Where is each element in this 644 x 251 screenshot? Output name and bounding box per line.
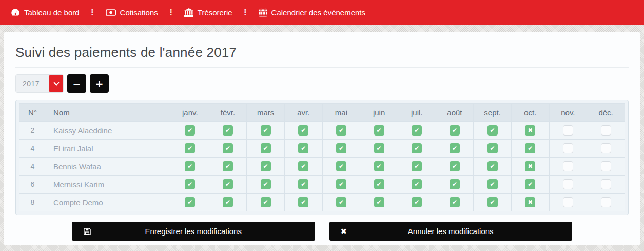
month-cell: ✔ (436, 122, 474, 140)
payment-checkbox-checked[interactable]: ✔ (336, 179, 346, 189)
month-cell: ✔ (284, 158, 322, 176)
payment-checkbox-checked[interactable]: ✔ (336, 125, 346, 136)
nav-item-cotisations[interactable]: Cotisations (100, 8, 164, 17)
payment-checkbox-checked[interactable]: ✔ (450, 161, 460, 171)
payment-checkbox-checked[interactable]: ✔ (185, 161, 195, 171)
year-select-value: 2017 (16, 75, 50, 92)
cancel-button[interactable]: ✖ Annuler les modifications (329, 222, 573, 241)
payment-checkbox-checked[interactable]: ✔ (261, 161, 271, 171)
payment-checkbox-checked[interactable]: ✔ (525, 179, 535, 189)
nav-item-tableau-de-bord[interactable]: Tableau de bord (5, 8, 85, 17)
payment-checkbox-checked[interactable]: ✔ (450, 197, 460, 207)
nav-item-label: Cotisations (120, 8, 158, 17)
payment-checkbox-checked[interactable]: ✔ (185, 197, 195, 207)
month-cell: ✔ (360, 122, 398, 140)
payment-checkbox-checked[interactable]: ✔ (412, 161, 422, 171)
payment-checkbox-checked[interactable]: ✔ (185, 179, 195, 189)
month-cell: ✔ (209, 122, 247, 140)
calendar-icon (259, 8, 267, 17)
payment-checkbox-checked[interactable]: ✔ (298, 143, 308, 153)
payment-checkbox-checked[interactable]: ✔ (298, 197, 308, 207)
nav-item-calendrier-des-evenements[interactable]: Calendrier des événements (253, 8, 371, 17)
payment-checkbox-empty[interactable] (601, 143, 611, 153)
payment-checkbox-checked[interactable]: ✔ (374, 179, 384, 189)
member-name: El irari Jalal (46, 140, 171, 158)
dashboard-icon (11, 8, 20, 16)
payment-checkbox-checked[interactable]: ✔ (261, 197, 271, 207)
nav-item-tresorerie[interactable]: Trésorerie (179, 8, 238, 17)
payment-checkbox-empty[interactable] (563, 125, 573, 136)
payment-checkbox-checked[interactable]: ✔ (223, 179, 233, 189)
payment-checkbox-crossed[interactable]: ✖ (525, 161, 535, 171)
month-cell: ✔ (171, 176, 209, 194)
payment-checkbox-checked[interactable]: ✔ (487, 179, 498, 189)
column-header-juil: juil. (398, 104, 436, 122)
payment-checkbox-empty[interactable] (563, 143, 573, 153)
year-increment-button[interactable]: + (90, 74, 109, 93)
payment-checkbox-checked[interactable]: ✔ (374, 161, 384, 171)
payment-checkbox-checked[interactable]: ✔ (487, 143, 498, 153)
payment-checkbox-empty[interactable] (601, 179, 611, 189)
money-icon (106, 9, 116, 16)
payment-checkbox-checked[interactable]: ✔ (487, 161, 498, 171)
payment-checkbox-checked[interactable]: ✔ (298, 161, 308, 171)
year-decrement-button[interactable]: − (67, 74, 86, 93)
payment-checkbox-empty[interactable] (563, 161, 573, 171)
payment-checkbox-checked[interactable]: ✔ (185, 143, 195, 153)
payment-checkbox-checked[interactable]: ✔ (298, 179, 308, 189)
payment-checkbox-checked[interactable]: ✔ (374, 197, 384, 207)
payment-checkbox-checked[interactable]: ✔ (261, 125, 271, 136)
month-cell: ✔ (511, 140, 549, 158)
payment-checkbox-empty[interactable] (601, 197, 611, 207)
nav-item-label: Trésorerie (198, 8, 232, 17)
month-cell: ✔ (360, 140, 398, 158)
payment-checkbox-checked[interactable]: ✔ (185, 125, 195, 136)
year-select[interactable]: 2017 (15, 74, 64, 93)
month-cell: ✔ (398, 176, 436, 194)
member-name: Kaissy Alaeddine (46, 122, 171, 140)
payment-checkbox-checked[interactable]: ✔ (450, 125, 460, 136)
payment-checkbox-checked[interactable]: ✔ (450, 179, 460, 189)
month-cell (549, 158, 587, 176)
payments-table-panel: N°Nomjanv.févr.marsavr.maijuinjuil.aoûts… (15, 100, 629, 215)
payment-checkbox-checked[interactable]: ✔ (223, 125, 233, 136)
column-header-nov: nov. (549, 104, 587, 122)
payment-checkbox-checked[interactable]: ✔ (525, 143, 535, 153)
column-header-juin: juin (360, 104, 398, 122)
payment-checkbox-empty[interactable] (563, 197, 573, 207)
save-button[interactable]: Enregistrer les modifications (72, 222, 315, 241)
payment-checkbox-checked[interactable]: ✔ (412, 143, 422, 153)
payment-checkbox-checked[interactable]: ✔ (374, 125, 384, 136)
column-header-mai: mai (322, 104, 360, 122)
table-row: 4Bennis Wafaa✔✔✔✔✔✔✔✔✔✖ (19, 158, 625, 176)
payment-checkbox-checked[interactable]: ✔ (412, 197, 422, 207)
payment-checkbox-checked[interactable]: ✔ (336, 143, 346, 153)
payment-checkbox-crossed[interactable]: ✖ (525, 125, 535, 136)
payment-checkbox-checked[interactable]: ✔ (412, 179, 422, 189)
payment-checkbox-empty[interactable] (563, 179, 573, 189)
month-cell: ✔ (171, 158, 209, 176)
payment-checkbox-empty[interactable] (601, 161, 611, 171)
payment-checkbox-checked[interactable]: ✔ (298, 125, 308, 136)
month-cell: ✔ (474, 140, 512, 158)
row-number: 8 (19, 194, 46, 211)
cancel-button-label: Annuler les modifications (408, 227, 494, 236)
payment-checkbox-checked[interactable]: ✔ (261, 143, 271, 153)
month-cell: ✔ (360, 176, 398, 194)
month-cell: ✔ (171, 194, 209, 211)
payment-checkbox-checked[interactable]: ✔ (336, 197, 346, 207)
payment-checkbox-checked[interactable]: ✔ (374, 143, 384, 153)
payment-checkbox-crossed[interactable]: ✖ (525, 197, 535, 207)
payment-checkbox-checked[interactable]: ✔ (336, 161, 346, 171)
payment-checkbox-checked[interactable]: ✔ (487, 197, 498, 207)
payment-checkbox-checked[interactable]: ✔ (412, 125, 422, 136)
payment-checkbox-empty[interactable] (601, 125, 611, 136)
month-cell (587, 158, 625, 176)
payment-checkbox-checked[interactable]: ✔ (261, 179, 271, 189)
payment-checkbox-checked[interactable]: ✔ (223, 197, 233, 207)
payment-checkbox-checked[interactable]: ✔ (450, 143, 460, 153)
table-body: 2Kaissy Alaeddine✔✔✔✔✔✔✔✔✔✖4El irari Jal… (19, 122, 625, 211)
payment-checkbox-checked[interactable]: ✔ (223, 143, 233, 153)
payment-checkbox-checked[interactable]: ✔ (223, 161, 233, 171)
payment-checkbox-checked[interactable]: ✔ (487, 125, 498, 136)
